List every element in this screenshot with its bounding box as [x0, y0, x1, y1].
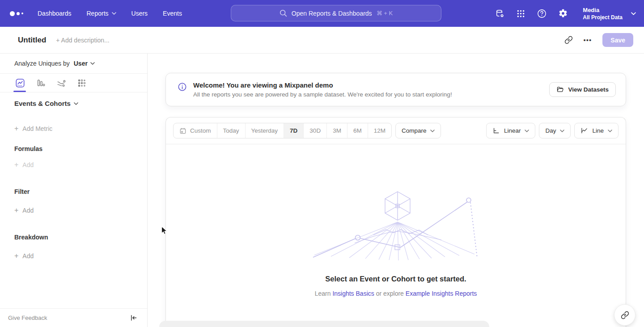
compare-dropdown[interactable]: Compare [395, 123, 441, 138]
welcome-banner: Welcome! You are viewing a Mixpanel demo… [165, 73, 626, 106]
example-insights-reports-link[interactable]: Example Insights Reports [406, 290, 477, 297]
granularity-dropdown[interactable]: Day [539, 123, 571, 138]
line-chart-tab-icon [15, 78, 25, 88]
chart-controls-row: Custom Today Yesterday 7D 30D 3M 6M 12M … [166, 117, 626, 144]
tab-bar[interactable] [35, 77, 47, 89]
collapse-left-icon [130, 314, 137, 322]
range-7d[interactable]: 7D [284, 123, 303, 138]
insights-basics-link[interactable]: Insights Basics [332, 290, 374, 297]
mixpanel-logo[interactable] [10, 11, 23, 16]
events-cohorts-heading[interactable]: Events & Cohorts [14, 100, 78, 107]
tab-retention[interactable] [76, 77, 88, 89]
project-selector[interactable]: Media All Project Data [583, 7, 623, 21]
line-chart-icon [580, 127, 588, 134]
range-custom[interactable]: Custom [174, 123, 217, 138]
add-filter-button[interactable]: + Add [14, 207, 34, 214]
empty-state-title: Select an Event or Cohort to get started… [325, 275, 466, 283]
top-nav-right: Media All Project Data [495, 0, 636, 27]
plus-icon: + [14, 125, 18, 132]
chevron-down-icon [525, 130, 529, 132]
chevron-down-icon [112, 12, 116, 15]
retention-tab-icon [77, 78, 87, 88]
plus-icon: + [14, 161, 18, 168]
top-nav-bar: Dashboards Reports Users Events Open Rep… [0, 0, 644, 27]
save-button[interactable]: Save [602, 33, 633, 47]
insights-report-card: Custom Today Yesterday 7D 30D 3M 6M 12M … [165, 117, 626, 327]
tab-flow[interactable] [55, 77, 67, 89]
analyze-row: Analyze Uniques by User [0, 54, 147, 74]
link-icon [621, 311, 629, 319]
database-gear-icon [495, 8, 505, 19]
add-breakdown-button[interactable]: + Add [14, 252, 34, 260]
add-metric-button[interactable]: + Add Metric [14, 125, 52, 132]
report-title[interactable]: Untitled [18, 36, 46, 45]
empty-state: Select an Event or Cohort to get started… [166, 144, 626, 297]
banner-title: Welcome! You are viewing a Mixpanel demo [193, 81, 452, 89]
help-icon [537, 8, 547, 19]
tab-insights[interactable] [14, 77, 26, 89]
visualization-tabs [0, 74, 147, 92]
nav-reports[interactable]: Reports [87, 10, 116, 17]
formulas-heading: Formulas [14, 145, 42, 152]
chevron-down-icon [608, 130, 612, 132]
nav-dashboards[interactable]: Dashboards [38, 10, 72, 17]
sidebar-footer: Give Feedback [0, 308, 147, 327]
gear-icon [558, 8, 568, 18]
plus-icon: + [14, 252, 18, 260]
apps-grid-button[interactable] [516, 9, 525, 18]
grid-icon [516, 9, 525, 18]
collapse-sidebar-button[interactable] [130, 314, 137, 322]
share-link-fab[interactable] [614, 304, 636, 326]
empty-state-illustration [311, 189, 481, 260]
empty-state-subtitle: Learn Insights Basics or explore Example… [315, 290, 477, 297]
date-range-control: Custom Today Yesterday 7D 30D 3M 6M 12M [173, 123, 392, 138]
more-options-button[interactable]: ••• [584, 36, 592, 44]
chevron-down-icon [74, 102, 78, 105]
settings-button[interactable] [558, 8, 568, 18]
range-30d[interactable]: 30D [303, 123, 326, 138]
report-toolbar: Untitled + Add description... ••• Save [0, 27, 644, 54]
breakdown-heading: Breakdown [14, 234, 48, 241]
folder-icon [556, 86, 564, 93]
chevron-down-icon [560, 130, 564, 132]
chart-type-dropdown[interactable]: Line [574, 123, 619, 138]
view-datasets-button[interactable]: View Datasets [549, 82, 616, 97]
data-management-button[interactable] [495, 8, 505, 19]
search-shortcut: ⌘ + K [377, 10, 393, 17]
project-name: Media [583, 7, 623, 13]
link-icon [564, 36, 573, 44]
project-chevron-icon[interactable] [631, 12, 636, 15]
linear-axis-icon [492, 127, 500, 134]
report-toolbar-actions: ••• Save [564, 33, 633, 47]
bottom-sheet-peek [159, 321, 489, 327]
analyze-by-dropdown[interactable]: User [74, 60, 95, 67]
scale-dropdown[interactable]: Linear [486, 123, 536, 138]
filter-heading: Filter [14, 188, 30, 195]
range-6m[interactable]: 6M [347, 123, 368, 138]
selected-tab-underline [13, 91, 26, 92]
bar-chart-tab-icon [36, 78, 46, 88]
primary-nav: Dashboards Reports Users Events [38, 10, 182, 17]
plus-icon: + [14, 207, 18, 214]
add-formula-button[interactable]: + Add [14, 161, 34, 168]
help-button[interactable] [537, 8, 547, 19]
global-search-input[interactable]: Open Reports & Dashboards ⌘ + K [231, 5, 441, 21]
chevron-down-icon [430, 130, 435, 132]
range-3m[interactable]: 3M [326, 123, 347, 138]
main-content: Welcome! You are viewing a Mixpanel demo… [148, 54, 644, 327]
report-description-field[interactable]: + Add description... [56, 37, 109, 44]
give-feedback-link[interactable]: Give Feedback [8, 314, 47, 321]
range-today[interactable]: Today [217, 123, 245, 138]
calendar-icon [179, 127, 186, 134]
range-12m[interactable]: 12M [368, 123, 391, 138]
chevron-down-icon [90, 62, 95, 65]
project-scope: All Project Data [583, 14, 623, 21]
search-icon [280, 9, 287, 17]
range-yesterday[interactable]: Yesterday [245, 123, 284, 138]
query-builder-sidebar: Analyze Uniques by User Events & Cohorts… [0, 54, 148, 327]
flow-tab-icon [56, 78, 66, 88]
copy-link-button[interactable] [564, 36, 573, 44]
analyze-label: Analyze Uniques by [14, 60, 70, 67]
nav-users[interactable]: Users [131, 10, 148, 17]
nav-events[interactable]: Events [163, 10, 182, 17]
